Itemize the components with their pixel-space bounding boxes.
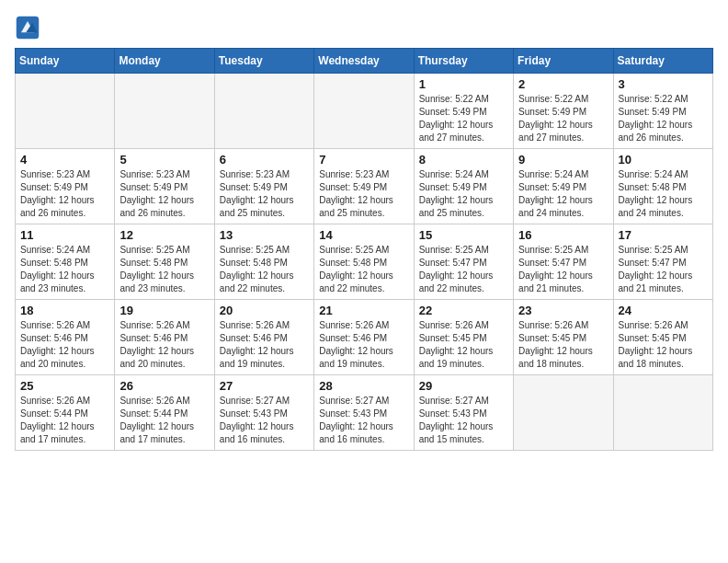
calendar-cell: 8Sunrise: 5:24 AM Sunset: 5:49 PM Daylig… [414,149,513,224]
calendar-cell: 4Sunrise: 5:23 AM Sunset: 5:49 PM Daylig… [16,149,115,224]
calendar-cell: 16Sunrise: 5:25 AM Sunset: 5:47 PM Dayli… [514,224,613,300]
calendar-cell: 15Sunrise: 5:25 AM Sunset: 5:47 PM Dayli… [414,224,513,300]
day-number: 3 [619,77,708,91]
calendar-cell: 28Sunrise: 5:27 AM Sunset: 5:43 PM Dayli… [314,375,414,451]
calendar-cell [613,375,712,451]
calendar-header-row: SundayMondayTuesdayWednesdayThursdayFrid… [16,49,713,74]
calendar-week-4: 18Sunrise: 5:26 AM Sunset: 5:46 PM Dayli… [16,300,713,375]
day-number: 7 [319,153,408,167]
day-number: 20 [220,304,309,317]
calendar-cell: 26Sunrise: 5:26 AM Sunset: 5:44 PM Dayli… [115,375,214,451]
cell-info: Sunrise: 5:24 AM Sunset: 5:49 PM Dayligh… [518,168,608,220]
cell-info: Sunrise: 5:22 AM Sunset: 5:49 PM Dayligh… [619,93,708,144]
column-header-thursday: Thursday [414,49,513,74]
day-number: 6 [220,153,309,167]
column-header-sunday: Sunday [16,49,115,74]
cell-info: Sunrise: 5:25 AM Sunset: 5:48 PM Dayligh… [119,244,209,295]
logo-icon [15,15,40,40]
cell-info: Sunrise: 5:25 AM Sunset: 5:47 PM Dayligh… [619,244,708,295]
day-number: 8 [419,153,508,167]
cell-info: Sunrise: 5:26 AM Sunset: 5:46 PM Dayligh… [319,319,408,371]
calendar-cell: 23Sunrise: 5:26 AM Sunset: 5:45 PM Dayli… [514,300,613,375]
cell-info: Sunrise: 5:26 AM Sunset: 5:46 PM Dayligh… [20,319,109,371]
calendar-cell [16,74,115,149]
calendar-table: SundayMondayTuesdayWednesdayThursdayFrid… [15,48,713,451]
cell-info: Sunrise: 5:26 AM Sunset: 5:45 PM Dayligh… [419,319,508,371]
calendar-cell [314,74,414,149]
calendar-week-1: 1Sunrise: 5:22 AM Sunset: 5:49 PM Daylig… [16,74,713,149]
calendar-cell: 17Sunrise: 5:25 AM Sunset: 5:47 PM Dayli… [613,224,712,300]
calendar-cell: 12Sunrise: 5:25 AM Sunset: 5:48 PM Dayli… [115,224,214,300]
day-number: 17 [619,228,708,242]
cell-info: Sunrise: 5:26 AM Sunset: 5:46 PM Dayligh… [119,319,209,371]
day-number: 22 [419,304,508,317]
cell-info: Sunrise: 5:26 AM Sunset: 5:44 PM Dayligh… [119,395,209,446]
cell-info: Sunrise: 5:27 AM Sunset: 5:43 PM Dayligh… [319,395,408,446]
cell-info: Sunrise: 5:25 AM Sunset: 5:47 PM Dayligh… [518,244,608,295]
cell-info: Sunrise: 5:26 AM Sunset: 5:45 PM Dayligh… [619,319,708,371]
column-header-monday: Monday [115,49,214,74]
day-number: 27 [220,379,309,393]
day-number: 15 [419,228,508,242]
calendar-cell: 6Sunrise: 5:23 AM Sunset: 5:49 PM Daylig… [214,149,313,224]
day-number: 10 [619,153,708,167]
calendar-cell: 21Sunrise: 5:26 AM Sunset: 5:46 PM Dayli… [314,300,414,375]
calendar-cell: 10Sunrise: 5:24 AM Sunset: 5:48 PM Dayli… [613,149,712,224]
calendar-cell: 19Sunrise: 5:26 AM Sunset: 5:46 PM Dayli… [115,300,214,375]
calendar-cell: 9Sunrise: 5:24 AM Sunset: 5:49 PM Daylig… [514,149,613,224]
day-number: 19 [119,304,209,317]
calendar-cell: 5Sunrise: 5:23 AM Sunset: 5:49 PM Daylig… [115,149,214,224]
cell-info: Sunrise: 5:23 AM Sunset: 5:49 PM Dayligh… [119,168,209,220]
calendar-cell: 25Sunrise: 5:26 AM Sunset: 5:44 PM Dayli… [16,375,115,451]
cell-info: Sunrise: 5:23 AM Sunset: 5:49 PM Dayligh… [319,168,408,220]
day-number: 12 [119,228,209,242]
calendar-cell: 3Sunrise: 5:22 AM Sunset: 5:49 PM Daylig… [613,74,712,149]
cell-info: Sunrise: 5:24 AM Sunset: 5:48 PM Dayligh… [619,168,708,220]
calendar-week-2: 4Sunrise: 5:23 AM Sunset: 5:49 PM Daylig… [16,149,713,224]
cell-info: Sunrise: 5:27 AM Sunset: 5:43 PM Dayligh… [419,395,508,446]
calendar-body: 1Sunrise: 5:22 AM Sunset: 5:49 PM Daylig… [16,74,713,451]
cell-info: Sunrise: 5:22 AM Sunset: 5:49 PM Dayligh… [419,93,508,144]
day-number: 21 [319,304,408,317]
calendar-cell [115,74,214,149]
cell-info: Sunrise: 5:26 AM Sunset: 5:45 PM Dayligh… [518,319,608,371]
day-number: 9 [518,153,608,167]
day-number: 1 [419,77,508,91]
day-number: 2 [518,77,608,91]
calendar-cell: 29Sunrise: 5:27 AM Sunset: 5:43 PM Dayli… [414,375,513,451]
cell-info: Sunrise: 5:23 AM Sunset: 5:49 PM Dayligh… [20,168,109,220]
column-header-saturday: Saturday [613,49,712,74]
calendar-cell [514,375,613,451]
page-header [15,15,713,40]
cell-info: Sunrise: 5:24 AM Sunset: 5:48 PM Dayligh… [20,244,109,295]
day-number: 4 [20,153,109,167]
calendar-week-5: 25Sunrise: 5:26 AM Sunset: 5:44 PM Dayli… [16,375,713,451]
calendar-cell: 22Sunrise: 5:26 AM Sunset: 5:45 PM Dayli… [414,300,513,375]
cell-info: Sunrise: 5:27 AM Sunset: 5:43 PM Dayligh… [220,395,309,446]
cell-info: Sunrise: 5:24 AM Sunset: 5:49 PM Dayligh… [419,168,508,220]
day-number: 5 [119,153,209,167]
day-number: 16 [518,228,608,242]
cell-info: Sunrise: 5:25 AM Sunset: 5:48 PM Dayligh… [220,244,309,295]
logo [15,15,44,40]
calendar-cell: 18Sunrise: 5:26 AM Sunset: 5:46 PM Dayli… [16,300,115,375]
calendar-cell: 1Sunrise: 5:22 AM Sunset: 5:49 PM Daylig… [414,74,513,149]
calendar-cell: 7Sunrise: 5:23 AM Sunset: 5:49 PM Daylig… [314,149,414,224]
day-number: 18 [20,304,109,317]
cell-info: Sunrise: 5:22 AM Sunset: 5:49 PM Dayligh… [518,93,608,144]
column-header-wednesday: Wednesday [314,49,414,74]
calendar-cell: 2Sunrise: 5:22 AM Sunset: 5:49 PM Daylig… [514,74,613,149]
day-number: 25 [20,379,109,393]
cell-info: Sunrise: 5:25 AM Sunset: 5:48 PM Dayligh… [319,244,408,295]
cell-info: Sunrise: 5:25 AM Sunset: 5:47 PM Dayligh… [419,244,508,295]
cell-info: Sunrise: 5:26 AM Sunset: 5:46 PM Dayligh… [220,319,309,371]
day-number: 29 [419,379,508,393]
day-number: 23 [518,304,608,317]
day-number: 13 [220,228,309,242]
calendar-cell: 14Sunrise: 5:25 AM Sunset: 5:48 PM Dayli… [314,224,414,300]
day-number: 28 [319,379,408,393]
day-number: 14 [319,228,408,242]
day-number: 26 [119,379,209,393]
calendar-cell: 27Sunrise: 5:27 AM Sunset: 5:43 PM Dayli… [214,375,313,451]
calendar-cell: 13Sunrise: 5:25 AM Sunset: 5:48 PM Dayli… [214,224,313,300]
